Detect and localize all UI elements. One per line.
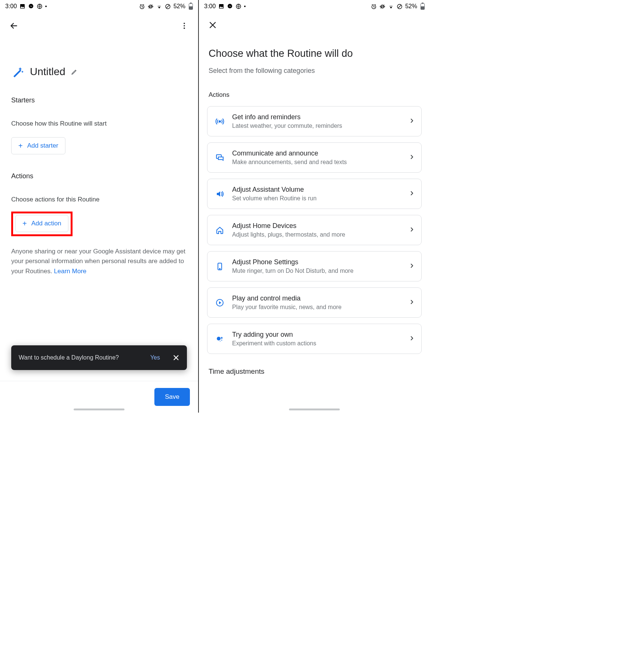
- svg-point-7: [184, 23, 185, 24]
- card-title: Adjust Assistant Volume: [232, 186, 401, 194]
- card-title: Try adding your own: [232, 331, 401, 339]
- phone-icon: [215, 262, 225, 271]
- chevron-right-icon: [409, 154, 415, 162]
- more-dot-icon: [45, 6, 47, 7]
- svg-point-25: [220, 340, 221, 341]
- edit-title-button[interactable]: [71, 68, 78, 75]
- action-card-play[interactable]: Play and control mediaPlay your favorite…: [207, 287, 422, 318]
- privacy-info-text: Anyone sharing or near your Google Assis…: [11, 247, 187, 276]
- messenger-icon: [227, 3, 233, 9]
- volume-icon: [215, 189, 225, 199]
- card-title: Play and control media: [232, 295, 401, 302]
- assistant-icon: [215, 334, 225, 344]
- wifi-icon: [156, 3, 162, 9]
- chevron-right-icon: [409, 117, 415, 126]
- add-action-highlight: + Add action: [11, 212, 73, 236]
- svg-line-16: [398, 5, 401, 8]
- status-time: 3:00: [5, 3, 17, 10]
- battery-icon: [189, 3, 193, 10]
- broadcast-icon: [215, 117, 225, 126]
- ball-icon: [37, 3, 43, 9]
- learn-more-link[interactable]: Learn More: [54, 268, 86, 275]
- card-subtitle: Set volume when Routine is run: [232, 195, 401, 202]
- card-subtitle: Make announcements, send and read texts: [232, 159, 401, 166]
- alarm-icon: [371, 3, 377, 9]
- overflow-menu-button[interactable]: [179, 20, 190, 31]
- card-subtitle: Adjust lights, plugs, thermostats, and m…: [232, 231, 401, 238]
- vibrate-icon: [379, 3, 385, 9]
- action-card-assistant[interactable]: Try adding your ownExperiment with custo…: [207, 324, 422, 354]
- back-button[interactable]: [8, 20, 19, 31]
- time-adjustments-header: Time adjustments: [199, 354, 430, 376]
- card-subtitle: Play your favorite music, news, and more: [232, 304, 401, 311]
- add-starter-label: Add starter: [27, 142, 58, 149]
- routine-title: Untitled: [30, 66, 65, 78]
- snackbar: Want to schedule a Daylong Routine? Yes: [11, 345, 187, 370]
- add-action-label: Add action: [31, 220, 61, 227]
- svg-line-6: [166, 5, 169, 8]
- wifi-icon: [388, 3, 394, 9]
- card-title: Communicate and announce: [232, 149, 401, 157]
- action-card-volume[interactable]: Adjust Assistant VolumeSet volume when R…: [207, 179, 422, 209]
- chevron-right-icon: [409, 299, 415, 307]
- card-title: Adjust Home Devices: [232, 222, 401, 230]
- add-action-button[interactable]: + Add action: [15, 215, 68, 232]
- page-subtitle: Select from the following categories: [199, 59, 430, 75]
- plus-icon: +: [18, 142, 23, 149]
- chevron-right-icon: [409, 226, 415, 234]
- chevron-right-icon: [409, 335, 415, 343]
- svg-point-24: [221, 339, 222, 340]
- alarm-icon: [139, 3, 145, 9]
- status-bar: 3:00 52%: [199, 0, 430, 13]
- wand-icon: [11, 65, 25, 78]
- gallery-icon: [19, 3, 25, 9]
- battery-pct: 52%: [405, 3, 417, 10]
- svg-point-17: [219, 120, 221, 123]
- gallery-icon: [218, 3, 224, 9]
- close-button[interactable]: [207, 19, 218, 31]
- more-dot-icon: [244, 6, 246, 7]
- no-signal-icon: [165, 3, 171, 9]
- actions-header: Actions: [11, 172, 187, 180]
- svg-point-22: [217, 337, 221, 340]
- add-starter-button[interactable]: + Add starter: [11, 137, 65, 154]
- action-card-chat[interactable]: Communicate and announceMake announcemen…: [207, 142, 422, 173]
- play-icon: [215, 298, 225, 308]
- left-screen: 3:00: [0, 0, 198, 413]
- chevron-right-icon: [409, 262, 415, 271]
- svg-point-8: [184, 25, 185, 27]
- svg-point-9: [184, 28, 185, 29]
- no-signal-icon: [397, 3, 403, 9]
- save-button[interactable]: Save: [154, 388, 190, 406]
- card-title: Get info and reminders: [232, 113, 401, 121]
- chevron-right-icon: [409, 190, 415, 198]
- battery-icon: [421, 3, 425, 10]
- action-card-home[interactable]: Adjust Home DevicesAdjust lights, plugs,…: [207, 215, 422, 245]
- actions-subtext: Choose actions for this Routine: [11, 196, 187, 203]
- card-title: Adjust Phone Settings: [232, 258, 401, 266]
- action-card-phone[interactable]: Adjust Phone SettingsMute ringer, turn o…: [207, 251, 422, 281]
- status-time: 3:00: [204, 3, 216, 10]
- starters-subtext: Choose how this Routine will start: [11, 120, 187, 127]
- plus-icon: +: [22, 220, 27, 227]
- snackbar-message: Want to schedule a Daylong Routine?: [19, 354, 119, 361]
- chat-icon: [215, 153, 225, 163]
- status-bar: 3:00: [0, 0, 198, 13]
- starters-header: Starters: [11, 96, 187, 104]
- home-icon: [215, 225, 225, 235]
- card-subtitle: Mute ringer, turn on Do Not Disturb, and…: [232, 268, 401, 274]
- svg-point-23: [221, 337, 223, 339]
- vibrate-icon: [148, 3, 154, 9]
- snackbar-close-button[interactable]: [170, 352, 182, 363]
- page-title: Choose what the Routine will do: [199, 31, 430, 59]
- svg-point-20: [219, 268, 220, 269]
- action-card-broadcast[interactable]: Get info and remindersLatest weather, yo…: [207, 106, 422, 136]
- nav-handle: [74, 409, 124, 410]
- card-subtitle: Latest weather, your commute, reminders: [232, 123, 401, 129]
- card-subtitle: Experiment with custom actions: [232, 340, 401, 347]
- messenger-icon: [28, 3, 34, 9]
- battery-pct: 52%: [173, 3, 185, 10]
- snackbar-yes-button[interactable]: Yes: [150, 354, 160, 361]
- ball-icon: [236, 3, 241, 9]
- nav-handle: [289, 409, 340, 410]
